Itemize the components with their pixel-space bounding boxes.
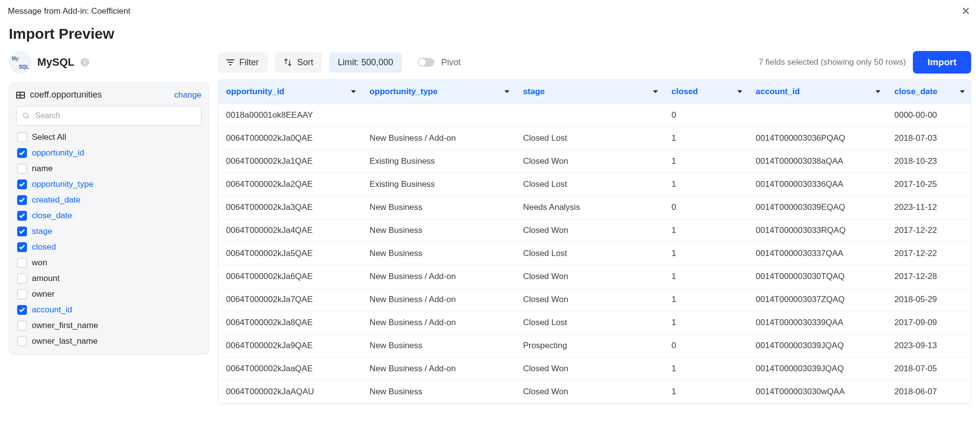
info-icon[interactable]: i [80, 58, 89, 67]
pivot-toggle[interactable] [418, 58, 434, 67]
cell-opportunity-id: 0064T000002kJa4QAE [218, 219, 362, 242]
table-row: 0064T000002kJa2QAEExisting BusinessClose… [218, 173, 971, 196]
cell-account-id [748, 104, 887, 127]
cell-opportunity-id: 0064T000002kJa6QAE [218, 265, 362, 288]
cell-closed: 0 [664, 334, 748, 357]
search-input[interactable] [16, 106, 201, 126]
cell-stage: Prospecting [515, 334, 664, 357]
checkbox[interactable] [17, 336, 27, 346]
column-header-opportunity-type[interactable]: opportunity_type [362, 80, 515, 104]
cell-opportunity-type: New Business [362, 219, 515, 242]
field-item-owner[interactable]: owner [16, 288, 201, 300]
fields-panel: coeff.opportunities change Select Allopp… [9, 82, 209, 355]
cell-stage: Closed Won [515, 265, 664, 288]
table-name: coeff.opportunities [30, 90, 102, 100]
checkbox[interactable] [17, 305, 27, 315]
cell-opportunity-id: 0018a00001ok8EEAAY [218, 104, 362, 127]
cell-opportunity-type: Existing Business [362, 150, 515, 173]
cell-closed: 1 [664, 219, 748, 242]
checkbox[interactable] [17, 242, 27, 252]
checkbox[interactable] [17, 258, 27, 268]
checkbox[interactable] [17, 148, 27, 158]
table-row: 0064T000002kJa0QAENew Business / Add-onC… [218, 127, 971, 150]
field-label: created_date [32, 195, 80, 205]
table-row: 0064T000002kJa9QAENew BusinessProspectin… [218, 334, 971, 357]
cell-opportunity-id: 0064T000002kJa8QAE [218, 311, 362, 334]
column-header-account-id[interactable]: account_id [748, 80, 887, 104]
cell-opportunity-id: 0064T000002kJa5QAE [218, 242, 362, 265]
field-item-account-id[interactable]: account_id [16, 304, 201, 316]
cell-account-id: 0014T000003033RQAQ [748, 219, 887, 242]
import-button[interactable]: Import [913, 51, 971, 74]
checkbox[interactable] [17, 132, 27, 142]
table-row: 0064T000002kJa7QAENew Business / Add-onC… [218, 288, 971, 311]
change-link[interactable]: change [174, 90, 201, 100]
cell-stage: Closed Lost [515, 127, 664, 150]
cell-close-date: 0000-00-00 [886, 104, 971, 127]
checkbox[interactable] [17, 211, 27, 221]
table-row: 0064T000002kJa1QAEExisting BusinessClose… [218, 150, 971, 173]
field-label: close_date [32, 211, 72, 221]
field-item-amount[interactable]: amount [16, 273, 201, 284]
cell-closed: 1 [664, 311, 748, 334]
chevron-down-icon[interactable] [351, 90, 356, 93]
field-item-won[interactable]: won [16, 257, 201, 269]
field-item-opportunity-id[interactable]: opportunity_id [16, 147, 201, 159]
checkbox[interactable] [17, 195, 27, 205]
column-header-stage[interactable]: stage [515, 80, 664, 104]
column-header-opportunity-id[interactable]: opportunity_id [218, 80, 362, 104]
field-label: account_id [32, 305, 72, 315]
cell-close-date: 2018-05-29 [886, 288, 971, 311]
cell-closed: 1 [664, 288, 748, 311]
cell-close-date: 2023-09-13 [886, 334, 971, 357]
cell-account-id: 0014T000003030TQAQ [748, 265, 887, 288]
field-item-close-date[interactable]: close_date [16, 210, 201, 222]
checkbox[interactable] [17, 274, 27, 283]
column-header-closed[interactable]: closed [664, 80, 748, 104]
checkbox[interactable] [17, 321, 27, 331]
cell-opportunity-type: New Business [362, 334, 515, 357]
field-item-Select All[interactable]: Select All [16, 131, 201, 143]
chevron-down-icon[interactable] [737, 90, 742, 93]
cell-close-date: 2017-09-09 [886, 311, 971, 334]
checkbox[interactable] [17, 227, 27, 236]
field-item-closed[interactable]: closed [16, 241, 201, 253]
checkbox[interactable] [17, 179, 27, 189]
limit-button[interactable]: Limit: 500,000 [329, 52, 402, 73]
cell-opportunity-id: 0064T000002kJa3QAE [218, 196, 362, 219]
field-item-owner-first-name[interactable]: owner_first_name [16, 320, 201, 331]
search-icon [22, 112, 30, 120]
column-header-close-date[interactable]: close_date [886, 80, 971, 104]
checkbox[interactable] [17, 289, 27, 299]
cell-stage: Closed Won [515, 288, 664, 311]
field-label: Select All [32, 132, 66, 142]
svg-line-1 [27, 117, 29, 119]
cell-closed: 0 [664, 104, 748, 127]
cell-closed: 1 [664, 173, 748, 196]
cell-closed: 1 [664, 381, 748, 404]
chevron-down-icon[interactable] [960, 90, 965, 93]
page-title: Import Preview [0, 21, 980, 51]
filter-button[interactable]: Filter [218, 52, 268, 73]
cell-close-date: 2018-07-05 [886, 357, 971, 381]
filter-icon [226, 59, 234, 65]
cell-account-id: 0014T000003038aQAA [748, 150, 887, 173]
table-row: 0018a00001ok8EEAAY00000-00-00 [218, 104, 971, 127]
field-item-name[interactable]: name [16, 163, 201, 175]
field-item-owner-last-name[interactable]: owner_last_name [16, 335, 201, 347]
cell-stage: Closed Lost [515, 311, 664, 334]
checkbox[interactable] [17, 164, 27, 174]
chevron-down-icon[interactable] [504, 90, 509, 93]
mysql-icon [9, 51, 31, 74]
cell-account-id: 0014T000003039EQAQ [748, 196, 887, 219]
field-item-stage[interactable]: stage [16, 226, 201, 237]
sort-button[interactable]: Sort [275, 52, 322, 73]
field-label: won [32, 258, 47, 268]
chevron-down-icon[interactable] [876, 90, 880, 93]
close-icon[interactable]: ✕ [961, 5, 970, 18]
chevron-down-icon[interactable] [653, 90, 658, 93]
cell-opportunity-type: New Business / Add-on [362, 265, 515, 288]
field-item-opportunity-type[interactable]: opportunity_type [16, 178, 201, 190]
field-item-created-date[interactable]: created_date [16, 194, 201, 206]
field-label: owner [32, 289, 54, 299]
